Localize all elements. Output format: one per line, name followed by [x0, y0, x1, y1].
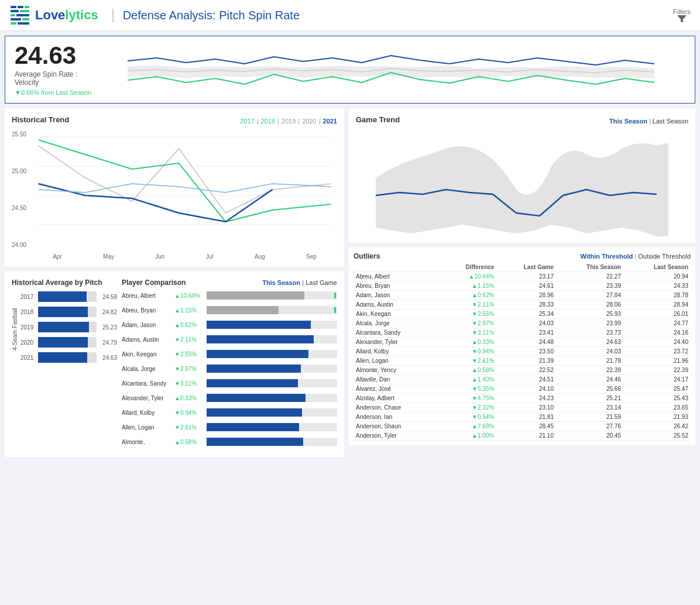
last-game-cell: 21.81	[496, 412, 556, 422]
player-list[interactable]: Abreu, Albert ▲10.64% Abreu, Bryan ▲1.15…	[122, 289, 337, 450]
last-game-cell: 28.45	[496, 422, 556, 431]
table-row: Alcala, Jorge ▼2.97% 24.03 23.99 24.77	[354, 319, 691, 328]
diff-cell: ▲0.58%	[440, 366, 497, 375]
player-last-game-tab[interactable]: Last Game	[306, 279, 337, 286]
last-game-cell: 23.41	[496, 328, 556, 338]
last-season-cell: 26.42	[623, 422, 691, 431]
last-game-cell: 24.10	[496, 384, 556, 394]
bar-rows: 2017 24.58 2018 24.82 2019	[20, 291, 117, 367]
game-last-season-tab[interactable]: Last Season	[653, 118, 688, 125]
outliers-header: Outliers Within Threshold | Outside Thre…	[354, 252, 691, 260]
player-name-cell: Akin, Keegan	[354, 310, 440, 319]
table-row: Adams, Austin ▼2.11% 28.33 28.06 28.94	[354, 300, 691, 310]
last-season-cell: 25.47	[623, 384, 691, 394]
player-this-season-tab[interactable]: This Season	[262, 279, 300, 286]
table-row: Álvarez, José ▼5.35% 24.10 25.66 25.47	[354, 384, 691, 394]
bar-row-2020: 2020 24.79	[20, 337, 117, 348]
left-panel: Historical Trend 2017 | 2018 | 2019 | 20…	[5, 108, 344, 462]
player-name-cell: Álvarez, José	[354, 384, 440, 394]
bar-row-2019: 2019 25.23	[20, 322, 117, 332]
player-row: Allen, Logan ▼2.61%	[122, 421, 337, 434]
svg-rect-3	[11, 10, 19, 12]
svg-rect-7	[11, 18, 21, 20]
player-name-cell: Anderson, Shaun	[354, 422, 440, 431]
last-season-cell: 23.72	[623, 347, 691, 356]
player-name-cell: Adams, Austin	[354, 300, 440, 310]
outside-threshold-tab[interactable]: Outside Threshold	[638, 253, 691, 260]
svg-rect-10	[18, 22, 29, 25]
this-season-cell: 23.39	[556, 281, 623, 291]
kpi-value: 24.63	[15, 43, 97, 68]
table-row: Abreu, Albert ▲10.64% 23.17 22.27 20.94	[354, 272, 691, 281]
player-name-cell: Alzolay, Adbert	[354, 394, 440, 403]
table-row: Anderson, Ian ▼0.54% 21.81 21.59 21.93	[354, 412, 691, 422]
this-season-cell: 27.76	[556, 422, 623, 431]
table-row: Allen, Logan ▼2.61% 21.39 21.78 21.96	[354, 356, 691, 366]
player-name-cell: Allen, Logan	[354, 356, 440, 366]
last-season-cell: 25.43	[623, 394, 691, 403]
last-game-cell: 22.52	[496, 366, 556, 375]
this-season-cell: 24.63	[556, 338, 623, 347]
player-comp-tabs: This Season | Last Game	[262, 279, 337, 286]
year-tab-2017[interactable]: 2017	[240, 118, 254, 125]
last-game-cell: 24.23	[496, 394, 556, 403]
player-row: Alexander, Tyler ▲0.33%	[122, 391, 337, 404]
svg-rect-2	[25, 6, 29, 8]
this-season-cell: 25.93	[556, 310, 623, 319]
outliers-table-header: Difference Last Game This Season Last Se…	[354, 263, 691, 272]
player-name-cell: Alcala, Jorge	[354, 319, 440, 328]
bottom-panels: Historical Average by Pitch 4-Seam Fastb…	[12, 279, 337, 450]
year-tab-2021[interactable]: 2021	[323, 118, 337, 125]
outliers-scroll[interactable]: Difference Last Game This Season Last Se…	[354, 263, 691, 441]
trend-chart-area	[32, 131, 337, 248]
last-season-cell: 24.33	[623, 281, 691, 291]
x-axis-labels: Apr May Jun Jul Aug Sep	[32, 253, 337, 260]
last-season-cell: 21.93	[623, 412, 691, 422]
table-row: Alzolay, Adbert ▼4.75% 24.23 25.21 25.43	[354, 394, 691, 403]
year-tab-2019[interactable]: 2019	[282, 118, 296, 125]
player-name-cell: Abreu, Albert	[354, 272, 440, 281]
year-tab-2020[interactable]: 2020	[302, 118, 316, 125]
this-season-cell: 22.27	[556, 272, 623, 281]
this-season-cell: 22.39	[556, 366, 623, 375]
player-name-cell: Anderson, Tyler	[354, 431, 440, 441]
logo: Lovelytics	[9, 5, 98, 26]
this-season-cell: 21.78	[556, 356, 623, 366]
table-row: Anderson, Tyler ▲1.00% 21.10 20.45 25.52	[354, 431, 691, 441]
last-season-cell: 23.65	[623, 403, 691, 412]
player-row: Adams, Austin ▼2.11%	[122, 333, 337, 346]
player-name-cell: Anderson, Ian	[354, 412, 440, 422]
last-game-cell: 21.39	[496, 356, 556, 366]
svg-rect-4	[20, 10, 29, 12]
bar-chart-section: Historical Average by Pitch 4-Seam Fastb…	[12, 279, 117, 450]
player-row: Allard, Kolby ▼0.94%	[122, 406, 337, 419]
svg-rect-6	[16, 14, 29, 16]
historical-trend-chart: 25.50 25.00 24.50 24.00	[12, 131, 337, 260]
player-name-cell: Alcantara, Sandy	[354, 328, 440, 338]
player-name-cell: Allard, Kolby	[354, 347, 440, 356]
outliers-title: Outliers	[354, 252, 380, 260]
year-tabs: 2017 | 2018 | 2019 | 2020 | 2021	[240, 118, 337, 125]
filters-button[interactable]: Filters	[673, 8, 691, 22]
svg-rect-0	[11, 6, 16, 8]
diff-cell: ▲7.68%	[440, 422, 497, 431]
last-game-cell: 23.50	[496, 347, 556, 356]
historical-trend-header: Historical Trend 2017 | 2018 | 2019 | 20…	[12, 115, 337, 126]
this-season-cell: 28.06	[556, 300, 623, 310]
game-trend-header: Game Trend This Season | Last Season	[356, 115, 688, 126]
within-threshold-tab[interactable]: Within Threshold	[581, 253, 633, 260]
game-trend-title: Game Trend	[356, 115, 400, 124]
header: Lovelytics Defense Analysis: Pitch Spin …	[0, 0, 700, 31]
this-season-cell: 21.59	[556, 412, 623, 422]
table-row: Anderson, Shaun ▲7.68% 28.45 27.76 26.42	[354, 422, 691, 431]
year-tab-2018[interactable]: 2018	[260, 118, 274, 125]
last-season-cell: 22.39	[623, 366, 691, 375]
bar-row-2021: 2021 24.63	[20, 352, 117, 363]
y-axis-labels: 25.50 25.00 24.50 24.00	[12, 131, 32, 248]
player-comp-title-text: Player Comparison	[122, 279, 186, 287]
last-game-cell: 24.51	[496, 375, 556, 384]
last-season-cell: 21.96	[623, 356, 691, 366]
this-season-cell: 20.45	[556, 431, 623, 441]
diff-cell: ▲1.00%	[440, 431, 497, 441]
game-this-season-tab[interactable]: This Season	[609, 118, 647, 125]
